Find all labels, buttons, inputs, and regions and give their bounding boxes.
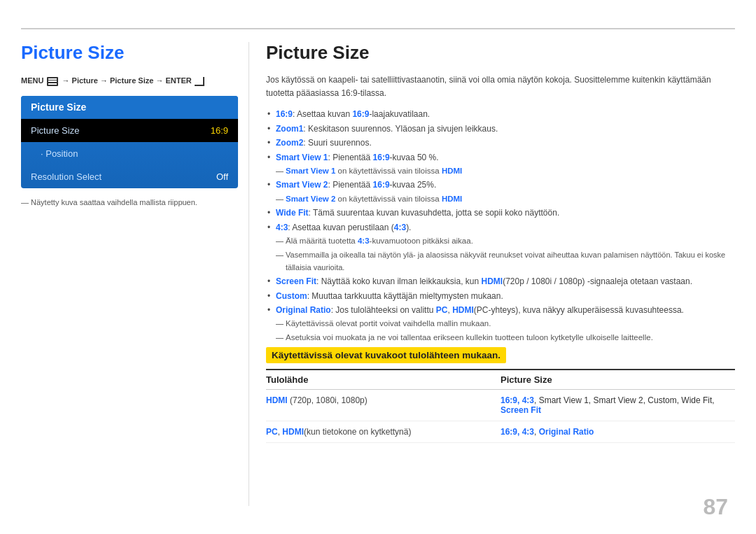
menu-item-picture-size-value: 16:9 <box>211 125 228 136</box>
bullet-smartview2-sub: Smart View 2 on käytettävissä vain tiloi… <box>266 192 735 206</box>
right-page-title: Picture Size <box>266 42 735 64</box>
feature-list: 16:9: Asettaa kuvan 16:9-laajakuvatilaan… <box>266 107 735 344</box>
table-row-pc-col2: 16:9, 4:3, Original Ratio <box>500 427 735 437</box>
bullet-zoom1: Zoom1: Keskitason suurennos. Yläosan ja … <box>266 122 735 136</box>
table-row-hdmi-col2: 16:9, 4:3, Smart View 1, Smart View 2, C… <box>500 395 735 415</box>
bullet-smartview1-sub: Smart View 1 on käytettävissä vain tiloi… <box>266 164 735 178</box>
bullet-originalratio: Original Ratio: Jos tulolähteeksi on val… <box>266 303 735 317</box>
table-col2-header: Picture Size <box>500 374 735 385</box>
menu-item-resolution-select[interactable]: Resolution Select Off <box>21 165 238 188</box>
menu-path: MENU → Picture → Picture Size → ENTER <box>21 76 238 86</box>
bullet-smartview2: Smart View 2: Pienentää 16:9-kuvaa 25%. <box>266 178 735 192</box>
highlight-text: Käytettävissä olevat kuvakoot tulolähtee… <box>266 347 506 363</box>
bullet-zoom2: Zoom2: Suuri suurennos. <box>266 136 735 150</box>
menu-item-picture-size[interactable]: Picture Size 16:9 <box>21 119 238 142</box>
menu-item-resolution-label: Resolution Select <box>31 171 102 182</box>
menu-box-title: Picture Size <box>21 96 238 119</box>
table-row-pc-hdmi: PC, HDMI(kun tietokone on kytkettynä) 16… <box>266 421 735 443</box>
bullet-smartview1: Smart View 1: Pienentää 16:9-kuvaa 50 %. <box>266 150 735 164</box>
menu-item-resolution-value: Off <box>216 171 228 182</box>
bullet-widefit: Wide Fit: Tämä suurentaa kuvan kuvasuhde… <box>266 206 735 220</box>
bullet-screenfit: Screen Fit: Näyttää koko kuvan ilman lei… <box>266 274 735 288</box>
left-page-title: Picture Size <box>21 42 238 64</box>
table-row-hdmi-col1: HDMI (720p, 1080i, 1080p) <box>266 395 500 405</box>
table-col1-header: Tulolähde <box>266 374 500 385</box>
highlight-banner: Käytettävissä olevat kuvakoot tulolähtee… <box>266 350 735 360</box>
page-number: 87 <box>703 494 728 520</box>
bullet-43-sub2: Vasemmailla ja oikealla tai näytön ylä- … <box>266 248 735 274</box>
table-row-hdmi: HDMI (720p, 1080i, 1080p) 16:9, 4:3, Sma… <box>266 390 735 421</box>
panel-divider <box>248 42 249 506</box>
hdmi-label: HDMI <box>266 395 288 405</box>
bullet-16-9: 16:9: Asettaa kuvan 16:9-laajakuvatilaan… <box>266 107 735 121</box>
bullet-43: 4:3: Asettaa kuvan perustilaan (4:3). <box>266 220 735 234</box>
bullet-custom: Custom: Muuttaa tarkkuutta käyttäjän mie… <box>266 289 735 303</box>
menu-item-position[interactable]: · Position <box>21 142 238 165</box>
picture-size-menu-box: Picture Size Picture Size 16:9 · Positio… <box>21 96 238 188</box>
menu-item-position-label: · Position <box>31 148 78 159</box>
left-note: — Näytetty kuva saattaa vaihdella mallis… <box>21 198 238 206</box>
intro-text: Jos käytössä on kaapeli- tai satelliitti… <box>266 73 735 100</box>
table-row-pc-col1: PC, HDMI(kun tietokone on kytkettynä) <box>266 427 500 437</box>
source-table: Tulolähde Picture Size HDMI (720p, 1080i… <box>266 369 735 443</box>
left-panel: Picture Size MENU → Picture → Picture Si… <box>21 42 238 206</box>
bullet-originalratio-sub2: Asetuksia voi muokata ja ne voi tallenta… <box>266 331 735 345</box>
table-header-row: Tulolähde Picture Size <box>266 370 735 390</box>
menu-item-picture-size-label: Picture Size <box>31 125 79 136</box>
bullet-originalratio-sub1: Käytettävissä olevat portit voivat vaihd… <box>266 317 735 331</box>
top-divider <box>21 28 735 29</box>
bullet-43-sub1: Älä määritä tuotetta 4:3-kuvamuotoon pit… <box>266 234 735 248</box>
right-panel: Picture Size Jos käytössä on kaapeli- ta… <box>266 42 735 443</box>
